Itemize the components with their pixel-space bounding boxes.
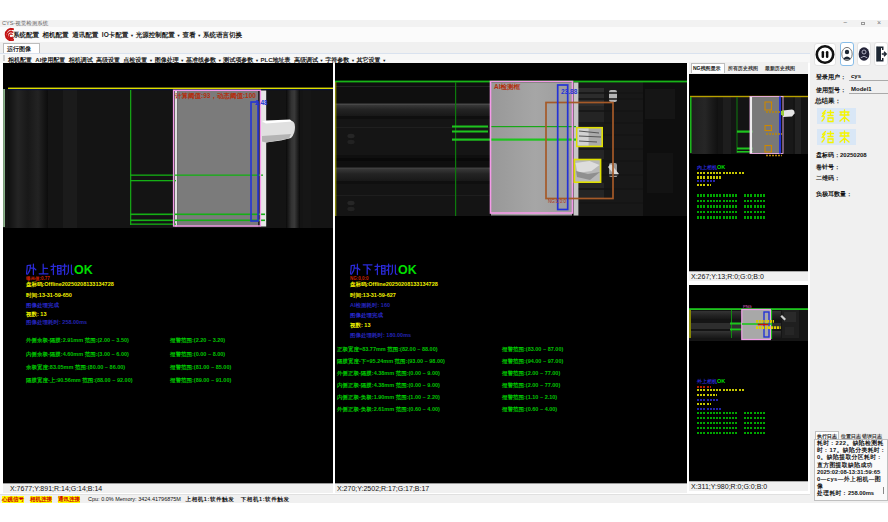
svg-text:NG:0,0:0: NG:0,0:0: [548, 199, 567, 204]
svg-text:AI检测框: AI检测框: [494, 83, 521, 91]
svg-text:23.88: 23.88: [561, 88, 578, 95]
svg-text:2.48: 2.48: [255, 99, 268, 106]
svg-text:PNG: PNG: [743, 304, 752, 309]
svg-text:计算阈值:93，动态阈值:100: 计算阈值:93，动态阈值:100: [174, 92, 256, 100]
